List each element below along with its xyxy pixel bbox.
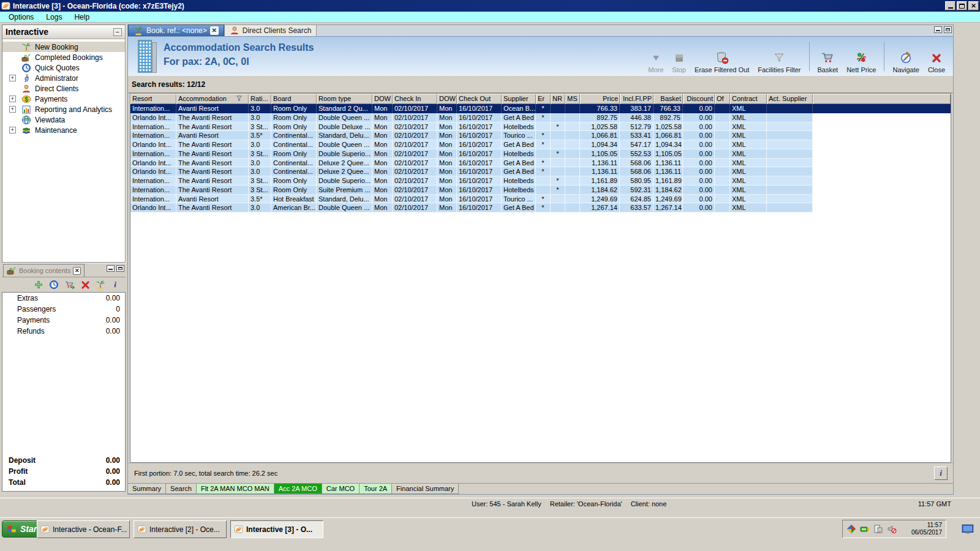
sidebar-item-new-booking[interactable]: +New Booking	[2, 42, 125, 52]
clock-globe-button[interactable]	[49, 280, 59, 290]
column-header-dow[interactable]: DOW	[437, 94, 457, 104]
section-tab-summary[interactable]: Summary	[128, 484, 166, 494]
cell: Double Superio...	[317, 149, 372, 159]
expand-icon[interactable]: +	[9, 106, 16, 113]
table-row[interactable]: Orlando Int...The Avanti Resort3.0Americ…	[130, 203, 951, 212]
cell: *	[536, 195, 551, 204]
taskbar-button-2[interactable]: Interactive [2] - Oce...	[134, 520, 227, 538]
column-header-supplier[interactable]: Supplier	[502, 94, 536, 104]
add-button[interactable]	[34, 280, 43, 290]
sidebar-item-label: Viewdata	[35, 116, 65, 124]
sidebar-item-reporting-and-analytics[interactable]: +Reporting and Analytics	[2, 104, 125, 114]
erase-filtered-out-button[interactable]: Erase Filtered Out	[695, 39, 749, 73]
info-button[interactable]: i	[111, 280, 119, 290]
expand-icon[interactable]: +	[9, 127, 16, 133]
table-row[interactable]: Internation...Avanti Resort3.5*Hot Break…	[130, 195, 951, 204]
section-tab-tour-2a[interactable]: Tour 2A	[360, 484, 392, 494]
booking-contents-tab[interactable]: Booking contents ✕	[3, 264, 85, 277]
collapse-sidebar-button[interactable]: −	[113, 28, 122, 36]
column-header-basket[interactable]: Basket▼	[654, 94, 683, 104]
column-header-nr[interactable]: NR	[551, 94, 565, 104]
close-tab-icon[interactable]: ✕	[210, 26, 219, 35]
table-row[interactable]: Internation...Avanti Resort3.0Room OnlyS…	[130, 104, 951, 113]
sidebar-item-quick-quotes[interactable]: +Quick Quotes	[2, 62, 125, 73]
table-row[interactable]: Orlando Int...The Avanti Resort3.0Room O…	[130, 113, 951, 122]
sidebar-title: Interactive	[6, 27, 48, 37]
info-button[interactable]: i	[934, 467, 948, 480]
section-tab-financial-summary[interactable]: Financial Summary	[392, 484, 459, 494]
table-row[interactable]: Internation...The Avanti Resort3 St...Ro…	[130, 186, 951, 195]
section-tab-car-mco[interactable]: Car MCO	[322, 484, 360, 494]
table-row[interactable]: Orlando Int...The Avanti Resort3.0Contin…	[130, 140, 951, 149]
expand-icon[interactable]: +	[9, 75, 16, 81]
booking-contents-panel: Booking contents ✕ i Extras0.00Passenger…	[2, 264, 126, 492]
booking-totals-row: Profit0.00	[2, 466, 125, 477]
tray-dev-icon	[873, 524, 883, 534]
booking-contents-icon	[7, 266, 17, 276]
minimize-pane-button[interactable]	[107, 265, 115, 272]
sidebar-item-direct-clients[interactable]: +Direct Clients	[2, 83, 125, 94]
menu-help[interactable]: Help	[68, 12, 96, 22]
close-button[interactable]: Close	[928, 39, 945, 73]
close-window-button[interactable]: ✕	[968, 1, 979, 10]
maximize-pane-button[interactable]	[116, 265, 124, 272]
sidebar-item-viewdata[interactable]: +Viewdata	[2, 114, 125, 125]
table-row[interactable]: Internation...The Avanti Resort3 St...Ro…	[130, 122, 951, 132]
facilities-filter-button[interactable]: Facilities Filter	[758, 39, 801, 73]
nett-price-button[interactable]: Nett Price	[846, 39, 876, 73]
tab-booking-ref[interactable]: Book. ref.: <none> ✕	[128, 24, 224, 36]
column-header-discount[interactable]: Discount	[683, 94, 715, 104]
column-header-ms[interactable]: MS	[565, 94, 580, 104]
sidebar-item-maintenance[interactable]: +Maintenance	[2, 125, 125, 135]
search-status-strip: First portion: 7.0 sec, total search tim…	[128, 463, 953, 483]
column-header-dow[interactable]: DOW	[372, 94, 393, 104]
section-tab-flt-2a-man-mco-man[interactable]: Flt 2A MAN MCO MAN	[197, 484, 274, 494]
section-tab-search[interactable]: Search	[166, 484, 197, 494]
sidebar-item-label: Maintenance	[35, 126, 77, 135]
column-header-room-type[interactable]: Room type	[317, 94, 372, 104]
column-header-contract[interactable]: Contract	[730, 94, 767, 104]
column-header-label: Check Out	[459, 95, 491, 102]
palm-button[interactable]	[96, 280, 105, 290]
menu-options[interactable]: Options	[2, 12, 40, 22]
table-row[interactable]: Internation...The Avanti Resort3 St...Ro…	[130, 176, 951, 186]
column-header-check-out[interactable]: Check Out	[457, 94, 502, 104]
table-row[interactable]: Orlando Int...The Avanti Resort3.0Contin…	[130, 159, 951, 168]
table-row[interactable]: Internation...The Avanti Resort3 St...Ro…	[130, 149, 951, 159]
navigate-button[interactable]: Navigate	[892, 39, 919, 73]
column-header-rati[interactable]: Rati...	[249, 94, 271, 104]
column-header-price[interactable]: Price	[580, 94, 620, 104]
column-header-incl-fl-pp[interactable]: Incl.Fl.PP	[620, 94, 654, 104]
taskbar-button-1[interactable]: Interactive - Ocean-F...	[37, 520, 130, 538]
cart-add-button[interactable]	[64, 280, 75, 290]
section-tab-acc-2a-mco[interactable]: Acc 2A MCO	[274, 484, 322, 494]
delete-x-button[interactable]	[81, 280, 90, 290]
desktop-monitor-icon[interactable]	[962, 524, 975, 535]
expand-icon[interactable]: +	[9, 96, 16, 102]
close-booking-contents-icon[interactable]: ✕	[73, 267, 81, 275]
sidebar-item-administrator[interactable]: +Administrator	[2, 73, 125, 83]
basket-button[interactable]: Basket	[818, 39, 839, 73]
column-header-of[interactable]: Of	[715, 94, 730, 104]
minimize-pane-button[interactable]	[934, 26, 942, 33]
restore-button[interactable]	[957, 1, 967, 10]
minimize-button[interactable]	[945, 1, 956, 10]
maximize-pane-button[interactable]	[944, 26, 952, 33]
cell: XML	[730, 176, 767, 186]
column-header-board[interactable]: Board	[271, 94, 317, 104]
column-header-act-supplier[interactable]: Act. Supplier	[767, 94, 813, 104]
menu-logs[interactable]: Logs	[40, 12, 68, 22]
column-filter-icon[interactable]	[236, 95, 243, 103]
column-header-er[interactable]: Er	[536, 94, 551, 104]
table-row[interactable]: Orlando Int...The Avanti Resort3.0Contin…	[130, 167, 951, 176]
cell	[551, 159, 565, 168]
cell: Double Queen ...	[317, 140, 372, 149]
table-row[interactable]: Internation...Avanti Resort3.5*Continent…	[130, 131, 951, 140]
sidebar-item-payments[interactable]: +$Payments	[2, 94, 125, 104]
column-header-resort[interactable]: Resort	[130, 94, 176, 104]
tab-direct-clients-search[interactable]: Direct Clients Search	[224, 24, 317, 36]
taskbar-button-3[interactable]: Interactive [3] - O...	[230, 520, 323, 538]
sidebar-item-completed-bookings[interactable]: +Completed Bookings	[2, 52, 125, 62]
column-header-accommodation[interactable]: Accommodation	[176, 94, 249, 104]
column-header-check-in[interactable]: Check In	[393, 94, 437, 104]
